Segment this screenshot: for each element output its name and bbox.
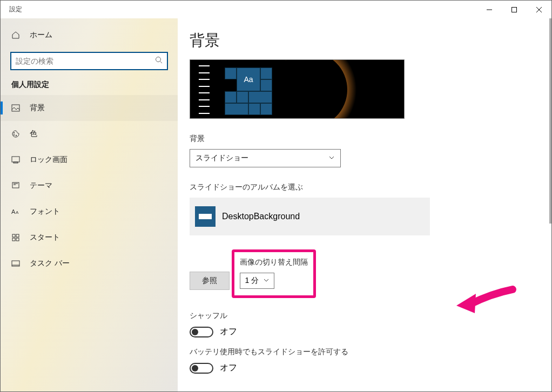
svg-line-5 bbox=[160, 62, 163, 64]
svg-point-4 bbox=[156, 57, 161, 62]
browse-label: 参照 bbox=[202, 276, 217, 286]
nav-list: 背景 色 ロック画面 テーマ AA フォント スタート タスク バー bbox=[1, 95, 178, 276]
lockscreen-icon bbox=[11, 156, 20, 164]
titlebar: 設定 bbox=[1, 1, 551, 18]
nav-label: ロック画面 bbox=[30, 155, 68, 165]
svg-point-9 bbox=[16, 135, 17, 136]
scrollbar-thumb[interactable] bbox=[549, 18, 551, 224]
nav-item-taskbar[interactable]: タスク バー bbox=[1, 251, 178, 276]
minimize-button[interactable] bbox=[477, 1, 502, 18]
scrollbar[interactable] bbox=[549, 18, 551, 391]
arrow-annotation-icon bbox=[453, 283, 518, 315]
svg-rect-18 bbox=[16, 238, 19, 241]
svg-rect-16 bbox=[16, 234, 19, 237]
svg-rect-11 bbox=[14, 162, 18, 163]
album-label: スライドショーのアルバムを選ぶ bbox=[190, 183, 551, 192]
palette-icon bbox=[11, 130, 20, 138]
browse-button[interactable]: 参照 bbox=[190, 272, 230, 290]
nav-label: 色 bbox=[30, 129, 37, 139]
sidebar: ホーム 個人用設定 背景 色 ロック画面 テーマ AA フォント bbox=[1, 18, 178, 391]
window-title: 設定 bbox=[9, 5, 22, 14]
chevron-down-icon bbox=[328, 154, 335, 163]
nav-item-colors[interactable]: 色 bbox=[1, 121, 178, 147]
page-title: 背景 bbox=[190, 30, 551, 51]
background-type-value: スライドショー bbox=[196, 153, 248, 163]
taskbar-icon bbox=[11, 259, 20, 268]
category-title: 個人用設定 bbox=[1, 78, 178, 95]
search-input[interactable] bbox=[10, 52, 168, 70]
battery-toggle[interactable] bbox=[190, 363, 213, 374]
svg-text:A: A bbox=[11, 208, 16, 215]
svg-point-23 bbox=[272, 60, 347, 119]
image-icon bbox=[11, 104, 20, 112]
shuffle-state: オフ bbox=[220, 326, 237, 337]
nav-item-lockscreen[interactable]: ロック画面 bbox=[1, 147, 178, 173]
svg-point-7 bbox=[14, 132, 15, 133]
home-link[interactable]: ホーム bbox=[1, 24, 178, 46]
home-label: ホーム bbox=[30, 30, 52, 40]
nav-label: スタート bbox=[30, 233, 60, 242]
battery-state: オフ bbox=[220, 362, 237, 374]
svg-text:A: A bbox=[16, 210, 19, 215]
window-controls bbox=[477, 1, 551, 18]
main-panel: 背景 Aa bbox=[178, 18, 551, 391]
nav-label: フォント bbox=[30, 207, 60, 217]
interval-highlight-annotation: 画像の切り替え間隔 1 分 bbox=[232, 249, 316, 298]
start-icon bbox=[11, 233, 20, 242]
background-type-select[interactable]: スライドショー bbox=[190, 149, 341, 167]
nav-label: 背景 bbox=[30, 103, 45, 113]
background-preview: Aa bbox=[190, 59, 405, 119]
album-folder-name: DesktopBackground bbox=[222, 212, 300, 221]
svg-rect-15 bbox=[12, 234, 15, 237]
nav-item-background[interactable]: 背景 bbox=[1, 95, 178, 121]
interval-value: 1 分 bbox=[245, 276, 259, 286]
nav-label: タスク バー bbox=[30, 259, 70, 268]
svg-rect-6 bbox=[12, 105, 19, 111]
start-mock-tiles: Aa bbox=[225, 67, 272, 115]
search-icon bbox=[155, 56, 163, 66]
svg-rect-1 bbox=[512, 7, 517, 12]
preview-aa: Aa bbox=[237, 67, 260, 91]
battery-label: バッテリ使用時でもスライドショーを許可する bbox=[190, 347, 551, 357]
interval-select[interactable]: 1 分 bbox=[240, 273, 274, 289]
interval-label: 画像の切り替え間隔 bbox=[240, 258, 308, 267]
album-folder-row[interactable]: DesktopBackground bbox=[190, 198, 430, 235]
background-label: 背景 bbox=[190, 134, 551, 144]
nav-label: テーマ bbox=[30, 181, 52, 191]
maximize-button[interactable] bbox=[502, 1, 527, 18]
start-mock-lines bbox=[194, 65, 214, 114]
close-button[interactable] bbox=[527, 1, 551, 18]
svg-rect-17 bbox=[12, 238, 15, 241]
chevron-down-icon bbox=[263, 276, 270, 285]
eclipse-image bbox=[269, 60, 404, 119]
svg-rect-10 bbox=[12, 157, 19, 162]
folder-icon bbox=[195, 206, 216, 227]
nav-item-start[interactable]: スタート bbox=[1, 225, 178, 251]
svg-point-8 bbox=[14, 134, 15, 136]
nav-item-themes[interactable]: テーマ bbox=[1, 173, 178, 199]
svg-marker-24 bbox=[456, 294, 476, 313]
nav-item-fonts[interactable]: AA フォント bbox=[1, 199, 178, 225]
shuffle-toggle[interactable] bbox=[190, 327, 213, 337]
search-field[interactable] bbox=[16, 57, 155, 65]
font-icon: AA bbox=[11, 207, 20, 216]
home-icon bbox=[11, 31, 20, 39]
theme-icon bbox=[11, 181, 20, 190]
